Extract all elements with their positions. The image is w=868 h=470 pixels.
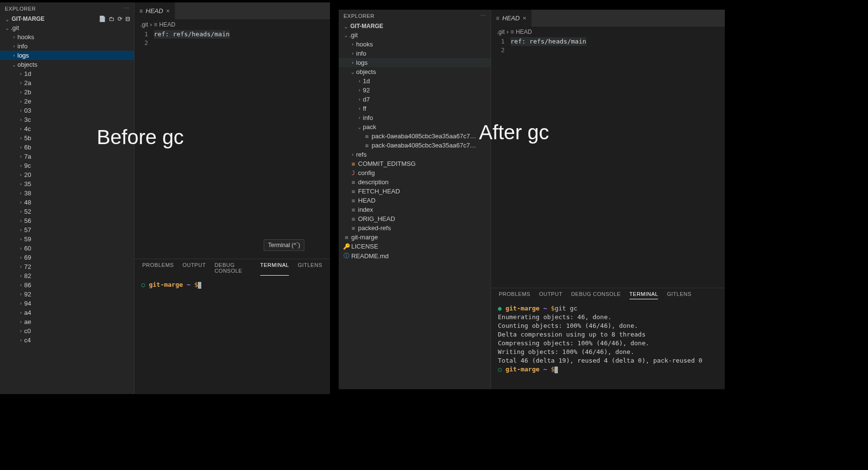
file-item[interactable]: ≡ORIG_HEAD	[339, 214, 491, 223]
folder-item[interactable]: ›59	[0, 235, 134, 244]
panel-tab-debug-console[interactable]: DEBUG CONSOLE	[571, 291, 620, 299]
folder-item[interactable]: ⌄.git	[339, 30, 491, 40]
file-item[interactable]: ≡COMMIT_EDITMSG	[339, 159, 491, 168]
panel-tab-problems[interactable]: PROBLEMS	[499, 291, 530, 299]
folder-item[interactable]: ›86	[0, 280, 134, 290]
folder-item[interactable]: ›c4	[0, 336, 134, 345]
folder-item[interactable]: ›logs	[0, 51, 134, 60]
folder-item[interactable]: ›72	[0, 262, 134, 271]
folder-item[interactable]: ›20	[0, 170, 134, 179]
file-item[interactable]: ≡pack-0aeaba4085cbc3ea35aa67c7…	[339, 132, 491, 141]
editor-line[interactable]: ref: refs/heads/main	[154, 30, 230, 39]
panel-tab-output[interactable]: OUTPUT	[182, 262, 206, 276]
folder-item[interactable]: ›9c	[0, 161, 134, 170]
collapse-icon[interactable]: ⊟	[125, 15, 130, 22]
folder-item[interactable]: ›3c	[0, 115, 134, 124]
file-item[interactable]: ≡packed-refs	[339, 223, 491, 233]
close-icon[interactable]: ×	[166, 7, 170, 15]
editor-tab[interactable]: ≡ HEAD ×	[491, 10, 532, 27]
editor-tab[interactable]: ≡ HEAD ×	[135, 2, 175, 19]
folder-item[interactable]: ⌄objects	[339, 67, 491, 76]
file-item[interactable]: ≡pack-0aeaba4085cbc3ea35aa67c7…	[339, 141, 491, 150]
editor-lines[interactable]: ref: refs/heads/main	[510, 37, 586, 288]
folder-item[interactable]: ›6b	[0, 143, 134, 152]
folder-item[interactable]: ›82	[0, 271, 134, 280]
folder-item[interactable]: ›refs	[339, 150, 491, 159]
file-item[interactable]: ≡HEAD	[339, 196, 491, 205]
folder-item[interactable]: ›2b	[0, 88, 134, 97]
breadcrumb-file[interactable]: HEAD	[159, 21, 175, 28]
file-item[interactable]: ≡FETCH_HEAD	[339, 187, 491, 196]
folder-item[interactable]: ›69	[0, 253, 134, 262]
folder-item[interactable]: ›48	[0, 198, 134, 207]
folder-item[interactable]: ›info	[0, 42, 134, 51]
breadcrumb[interactable]: .git › ≡ HEAD	[491, 27, 725, 37]
folder-item[interactable]: ›c0	[0, 326, 134, 336]
breadcrumb-dir[interactable]: .git	[497, 29, 505, 35]
panel-tab-gitlens[interactable]: GITLENS	[298, 262, 322, 276]
folder-item[interactable]: ›d7	[339, 95, 491, 104]
breadcrumb[interactable]: .git › ≡ HEAD	[135, 19, 330, 30]
panel-tab-problems[interactable]: PROBLEMS	[142, 262, 174, 276]
folder-item[interactable]: ›35	[0, 179, 134, 189]
folder-item[interactable]: ›92	[0, 290, 134, 299]
folder-item[interactable]: ›52	[0, 207, 134, 216]
editor-lines[interactable]: ref: refs/heads/main	[154, 30, 230, 259]
close-icon[interactable]: ×	[523, 15, 526, 22]
more-icon[interactable]: ⋯	[124, 5, 130, 12]
folder-item[interactable]: ⌄pack	[339, 122, 491, 132]
folder-item[interactable]: ›1d	[339, 76, 491, 86]
folder-item[interactable]: ›57	[0, 225, 134, 235]
folder-item[interactable]: ›4c	[0, 124, 134, 133]
editor-line[interactable]	[510, 46, 586, 55]
folder-item[interactable]: ›60	[0, 244, 134, 253]
folder-item[interactable]: ›7a	[0, 152, 134, 161]
new-file-icon[interactable]: 📄	[99, 15, 106, 22]
folder-item[interactable]: ›2e	[0, 97, 134, 106]
folder-item[interactable]: ›2a	[0, 78, 134, 88]
project-row[interactable]: ⌄ GIT-MARGE	[339, 22, 491, 30]
breadcrumb-file[interactable]: HEAD	[516, 29, 532, 35]
folder-item[interactable]: ›logs	[339, 58, 491, 67]
new-folder-icon[interactable]: 🗀	[109, 15, 115, 22]
file-item[interactable]: ⓘREADME.md	[339, 251, 491, 261]
folder-item[interactable]: ›94	[0, 299, 134, 308]
folder-item[interactable]: ›info	[339, 113, 491, 122]
refresh-icon[interactable]: ⟳	[118, 15, 122, 22]
folder-item[interactable]: ›info	[339, 49, 491, 58]
panel-tab-gitlens[interactable]: GITLENS	[667, 291, 691, 299]
folder-item[interactable]: ›92	[339, 86, 491, 95]
file-item[interactable]: ≡index	[339, 205, 491, 214]
folder-item[interactable]: ›38	[0, 189, 134, 198]
project-row[interactable]: ⌄ GIT-MARGE 📄 🗀 ⟳ ⊟	[0, 15, 134, 23]
editor-body[interactable]: 12 ref: refs/heads/main	[135, 30, 330, 259]
panel-tab-output[interactable]: OUTPUT	[539, 291, 562, 299]
folder-item[interactable]: ›1d	[0, 69, 134, 78]
folder-item[interactable]: ›56	[0, 216, 134, 225]
editor-line[interactable]	[154, 39, 230, 47]
folder-item[interactable]: ›hooks	[0, 32, 134, 42]
file-item[interactable]: ≡git-marge	[339, 233, 491, 242]
editor-line[interactable]: ref: refs/heads/main	[510, 37, 586, 46]
folder-item[interactable]: ›03	[0, 106, 134, 115]
folder-item[interactable]: ›ff	[339, 104, 491, 113]
folder-item[interactable]: ⌄objects	[0, 60, 134, 69]
folder-item[interactable]: ›a4	[0, 308, 134, 317]
file-tree[interactable]: ⌄.git›hooks›info›logs⌄objects›1d›2a›2b›2…	[0, 23, 134, 394]
terminal[interactable]: ○ git-marge ~ $	[135, 276, 330, 294]
file-item[interactable]: 🔑LICENSE	[339, 242, 491, 251]
more-icon[interactable]: ⋯	[480, 13, 486, 19]
folder-item[interactable]: ⌄.git	[0, 23, 134, 32]
file-item[interactable]: Jconfig	[339, 168, 491, 177]
editor-body[interactable]: 12 ref: refs/heads/main	[491, 37, 725, 288]
file-tree[interactable]: ⌄.git›hooks›info›logs⌄objects›1d›92›d7›f…	[339, 30, 491, 389]
folder-item[interactable]: ›ae	[0, 317, 134, 326]
folder-item[interactable]: ›5b	[0, 133, 134, 143]
panel-tab-terminal[interactable]: TERMINAL	[260, 262, 289, 276]
terminal[interactable]: ● git-marge ~ $git gcEnumerating objects…	[491, 299, 725, 379]
folder-item[interactable]: ›hooks	[339, 40, 491, 49]
panel-tab-debug-console[interactable]: DEBUG CONSOLE	[214, 262, 251, 276]
panel-tab-terminal[interactable]: TERMINAL	[629, 291, 658, 299]
file-item[interactable]: ≡description	[339, 177, 491, 187]
breadcrumb-dir[interactable]: .git	[140, 21, 148, 28]
